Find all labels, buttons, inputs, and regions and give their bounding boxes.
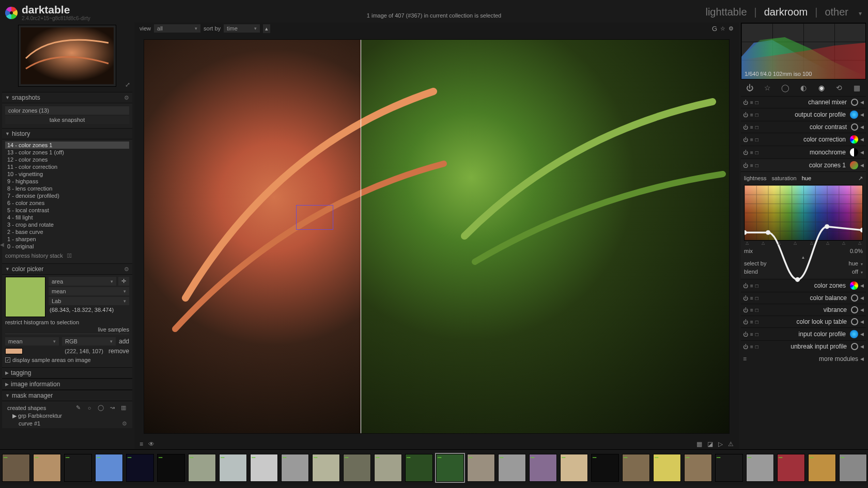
module-multi-icon[interactable]: ≡ <box>750 332 753 337</box>
chevron-left-icon[interactable]: ◀ <box>858 137 864 142</box>
module-reset-icon[interactable]: □ <box>755 307 758 313</box>
circle-icon[interactable]: ○ <box>86 405 93 411</box>
module-switch-icon[interactable]: ⏻ <box>743 319 748 325</box>
filmstrip-thumb[interactable]: ••• <box>219 454 247 482</box>
module-switch-icon[interactable]: ⏻ <box>743 163 748 168</box>
mask-shape[interactable]: curve #1⚙ <box>5 420 129 427</box>
presets-icon[interactable]: ≡ <box>140 440 143 448</box>
fullscreen-icon[interactable]: ⤢ <box>125 81 130 88</box>
filmstrip-thumb[interactable]: ••• <box>95 454 123 482</box>
chevron-left-icon[interactable]: ◀ <box>858 307 864 312</box>
styles-icon[interactable]: 👁 <box>148 440 154 448</box>
module-multi-icon[interactable]: ≡ <box>750 112 753 118</box>
history-item[interactable]: 2 - base curve <box>5 228 129 235</box>
filmstrip-thumb[interactable]: ••• <box>281 454 309 482</box>
module-switch-icon[interactable]: ⏻ <box>743 307 748 313</box>
picker-rect[interactable] <box>296 205 333 230</box>
module-multi-icon[interactable]: ≡ <box>750 163 753 168</box>
module-row[interactable]: ⏻≡□color contrast◀ <box>741 121 866 133</box>
compress-history-button[interactable]: compress history stack <box>5 253 67 259</box>
history-item[interactable]: 5 - local contrast <box>5 207 129 214</box>
module-row[interactable]: ⏻≡□vibrance◀ <box>741 304 866 316</box>
module-switch-icon[interactable]: ⏻ <box>743 124 748 130</box>
chevron-left-icon[interactable]: ◀ <box>858 124 864 130</box>
history-item[interactable]: 14 - color zones 1 <box>5 141 129 149</box>
filmstrip-thumb[interactable]: ••• <box>808 454 836 482</box>
gradient-icon[interactable]: ▥ <box>120 404 127 411</box>
filmstrip-thumb[interactable]: ••• <box>126 454 154 482</box>
module-reset-icon[interactable]: □ <box>755 319 758 325</box>
color-zones-graph[interactable]: △△△△△△△△ <box>744 185 863 241</box>
brush-icon[interactable]: ✎ <box>74 404 82 411</box>
star-icon[interactable]: ☆ <box>720 25 725 32</box>
group-basic-icon[interactable]: ◯ <box>780 84 791 92</box>
history-item[interactable]: 3 - crop and rotate <box>5 221 129 228</box>
mask-group[interactable]: ▶ grp Farbkorrektur <box>5 412 129 420</box>
display-samples-checkbox[interactable]: ✓ display sample areas on image <box>5 357 129 363</box>
filmstrip[interactable]: ••••••••••••••••••••••••••••••••••••••••… <box>0 449 868 485</box>
module-row[interactable]: ⏻≡□unbreak input profile◀ <box>741 340 866 352</box>
tagging-header[interactable]: ▶ tagging <box>2 367 132 379</box>
module-row[interactable]: ⏻≡□input color profile◀ <box>741 327 866 340</box>
prefs-gear-icon[interactable]: ⚙ <box>729 25 734 32</box>
nav-more-icon[interactable]: ▾ <box>856 10 862 17</box>
slider-handle-icon[interactable]: ▲ <box>801 255 805 260</box>
picker-stat-dropdown[interactable]: mean▾ <box>49 287 129 295</box>
chevron-left-icon[interactable]: ◀ <box>858 163 864 168</box>
filmstrip-thumb[interactable]: ••• <box>591 454 619 482</box>
module-multi-icon[interactable]: ≡ <box>750 307 753 313</box>
history-item[interactable]: 0 - original <box>5 243 129 250</box>
picker-add-button[interactable]: add <box>119 338 129 345</box>
tab-hue[interactable]: hue <box>802 175 811 182</box>
filmstrip-thumb[interactable]: ••• <box>684 454 712 482</box>
filmstrip-thumb[interactable]: ••• <box>250 454 278 482</box>
snapshot-divider[interactable] <box>361 40 361 433</box>
image-info-header[interactable]: ▶ image information <box>2 379 132 390</box>
module-reset-icon[interactable]: □ <box>755 150 758 155</box>
module-reset-icon[interactable]: □ <box>755 100 758 105</box>
module-reset-icon[interactable]: □ <box>755 163 758 168</box>
module-switch-icon[interactable]: ⏻ <box>743 137 748 143</box>
filmstrip-thumb[interactable]: ••• <box>343 454 371 482</box>
filmstrip-thumb[interactable]: ••• <box>498 454 526 482</box>
picker-mode-dropdown[interactable]: area▾ <box>49 277 116 286</box>
history-item[interactable]: 13 - color zones 1 (off) <box>5 149 129 156</box>
eyedropper-icon[interactable]: ✛ <box>118 277 129 286</box>
history-item[interactable]: 9 - highpass <box>5 178 129 185</box>
snapshot-entry[interactable]: color zones (13) <box>5 106 129 115</box>
filmstrip-thumb[interactable]: ••• <box>188 454 216 482</box>
snapshots-header[interactable]: ▼ snapshots ⚙ <box>2 92 132 103</box>
module-multi-icon[interactable]: ≡ <box>750 137 753 143</box>
module-reset-icon[interactable]: □ <box>755 137 758 143</box>
module-switch-icon[interactable]: ⏻ <box>743 112 748 118</box>
styles-icon[interactable]: 👁⃒ <box>67 252 129 259</box>
gamut-icon[interactable]: ▷ <box>718 440 723 448</box>
grouping-icon[interactable]: G <box>712 25 717 33</box>
chevron-left-icon[interactable]: ◀ <box>858 332 864 337</box>
filmstrip-thumb[interactable]: ••• <box>2 454 30 482</box>
gear-icon[interactable]: ⚙ <box>124 266 129 273</box>
take-snapshot-button[interactable]: take snapshot <box>5 116 129 124</box>
module-multi-icon[interactable]: ≡ <box>750 100 753 105</box>
tab-lightness[interactable]: lightness <box>744 175 766 182</box>
filmstrip-thumb[interactable]: ••• <box>715 454 743 482</box>
filmstrip-thumb[interactable]: ••• <box>560 454 588 482</box>
group-correct-icon[interactable]: ⟲ <box>833 84 845 92</box>
module-switch-icon[interactable]: ⏻ <box>743 150 748 155</box>
nav-darkroom[interactable]: darkroom <box>764 6 808 18</box>
sort-dropdown[interactable]: time▾ <box>224 24 260 33</box>
picker-mean2-dropdown[interactable]: mean▾ <box>5 337 59 345</box>
module-row[interactable]: ⏻≡□color look up table◀ <box>741 316 866 327</box>
filmstrip-thumb[interactable]: ••• <box>312 454 340 482</box>
filmstrip-thumb[interactable]: ••• <box>839 454 867 482</box>
filmstrip-thumb[interactable]: ••• <box>529 454 557 482</box>
path-icon[interactable]: ↝ <box>109 404 116 411</box>
history-item[interactable]: 12 - color zones <box>5 156 129 163</box>
history-item[interactable]: 11 - color correction <box>5 163 129 170</box>
group-fav-icon[interactable]: ☆ <box>762 84 773 92</box>
chevron-left-icon[interactable]: ◀ <box>858 356 864 361</box>
chevron-left-icon[interactable]: ◀ <box>858 150 864 155</box>
softproof-icon[interactable]: ◪ <box>707 440 713 448</box>
module-switch-icon[interactable]: ⏻ <box>743 344 748 350</box>
filmstrip-thumb[interactable]: ••• <box>33 454 61 482</box>
